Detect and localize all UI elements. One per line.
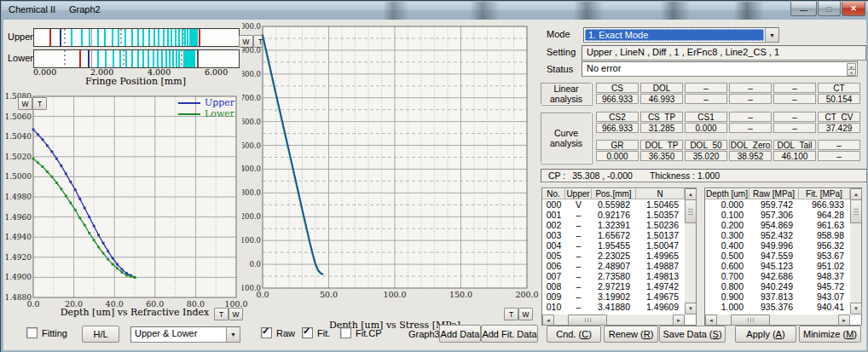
column-header[interactable]: No. [542,188,565,199]
table-row[interactable]: 009–3.199021.49675 [542,291,685,302]
table-header: No.UpperPos.[mm]N [542,188,685,199]
cnd-button[interactable]: Cnd. (C) [547,326,601,343]
table-row[interactable]: 006–2.489071.49887 [542,261,685,271]
minimize-button[interactable]: — [790,2,817,16]
checkbox-icon[interactable] [340,327,351,338]
status-field[interactable]: No error ▲ ▼ [582,61,858,77]
column-header[interactable]: Fit. [MPa] [799,188,850,199]
fringe-strip-lower[interactable] [33,49,240,68]
column-header[interactable]: N [636,188,685,199]
cp-thickness-bar: CP : 35.308 , -0.000 Thickness : 1.000 [541,169,867,182]
column-header[interactable]: Raw [MPa] [749,188,799,199]
fringe-line [97,29,99,46]
chevron-down-icon[interactable]: ▼ [226,327,240,342]
table-row[interactable]: 1.100932.940937.76 [705,312,850,314]
renew-button[interactable]: Renew (R) [604,326,658,343]
table-row[interactable]: 011–3.629881.49545 [542,312,685,314]
fringe-strip-upper[interactable] [33,28,240,47]
minimize-button[interactable]: Minimize (M) [799,326,861,343]
add-fit-data-button[interactable]: Add Fit. Data [481,325,538,343]
stress-data-table[interactable]: Depth [um]Raw [MPa]Fit. [MPa]0.000959.74… [704,188,862,326]
table-cell: 954.869 [749,220,799,230]
raw-checkbox[interactable]: ✓Raw [261,327,295,338]
scroll-right-button[interactable]: ► [838,314,850,326]
vertical-scrollbar[interactable]: ▲▼ [685,188,696,314]
fringe-upper-label: Upper [8,32,33,42]
table-cell: 2.97219 [592,281,636,291]
horizontal-scrollbar[interactable]: ◄► [705,314,850,325]
fringe-line [157,50,159,67]
table-row[interactable]: 007–2.735801.49813 [542,271,685,281]
table-row[interactable]: 0.900937.813943.07 [705,291,850,302]
fringe-data-table[interactable]: No.UpperPos.[mm]N000V0.559821.50465001–0… [541,188,697,326]
table-row[interactable]: 0.300952.432958.98 [705,230,850,240]
column-header[interactable]: Upper [565,188,592,199]
fringe-line [172,50,174,67]
table-row[interactable]: 008–2.972191.49742 [542,281,685,291]
table-row[interactable]: 005–2.230251.49965 [542,251,685,261]
table-cell: 943.07 [799,291,850,302]
table-row[interactable]: 001–0.921761.50357 [542,210,685,220]
table-row[interactable]: 0.500947.559953.67 [705,251,850,261]
title-bar[interactable]: Chemical II Graph2 — ▢ ✕ [2,2,868,20]
stress-chart-canvas[interactable]: 1000.0900.0800.0700.0600.0500.0400.0300.… [242,20,541,323]
maximize-button[interactable]: ▢ [818,2,841,16]
table-row[interactable]: 010–3.418801.49609 [542,302,685,312]
scroll-up-button[interactable]: ▲ [685,188,697,200]
table-row[interactable]: 000V0.559821.50465 [542,199,685,210]
scrollbar-thumb[interactable] [685,199,697,223]
scroll-left-button[interactable]: ◄ [542,314,554,326]
scroll-down-button[interactable]: ▼ [685,303,697,314]
check-mark: ✓ [303,326,310,337]
svg-text:900.0: 900.0 [242,46,261,55]
spinner-down-icon[interactable]: ▼ [847,69,856,76]
scroll-left-button[interactable]: ◄ [705,314,717,326]
table-cell: 0.600 [705,261,749,271]
fitcp-checkbox[interactable]: Fit.CP [340,327,382,338]
fitting-checkbox[interactable]: Fitting [26,327,67,338]
table-row[interactable]: 0.700942.686948.37 [705,271,850,281]
scroll-right-button[interactable]: ► [673,314,685,326]
scroll-down-button[interactable]: ▼ [850,303,862,314]
table-row[interactable]: 1.000935.376940.41 [705,302,850,312]
add-data-button[interactable]: Add Data [439,325,481,343]
w-button[interactable]: W [518,308,533,320]
checkbox-icon[interactable] [26,327,38,338]
column-header[interactable]: Depth [um] [705,188,749,199]
table-row[interactable]: 002–1.323911.50236 [542,220,685,230]
table-row[interactable]: 003–1.656721.50137 [542,230,685,240]
apply-button[interactable]: Apply (A) [735,326,796,343]
table-row[interactable]: 0.400949.996956.32 [705,240,850,251]
scrollbar-thumb[interactable] [731,314,770,326]
fit-checkbox[interactable]: ✓Fit. [302,327,330,338]
scrollbar-thumb[interactable] [850,199,862,223]
t-button[interactable]: T [32,97,47,110]
w-button[interactable]: W [229,308,243,320]
horizontal-scrollbar[interactable]: ◄► [542,314,685,325]
table-row[interactable]: 0.100957.306964.28 [705,210,850,220]
save-button[interactable]: Save Data (S) [659,326,726,343]
cp-label: CP : [548,170,565,181]
w-button[interactable]: W [18,97,32,110]
t-button[interactable]: T [504,308,518,320]
analysis-header-cell: CS2 [596,112,639,122]
series-select-dropdown[interactable]: Upper & Lower ▼ [130,326,240,343]
table-row[interactable]: 0.000959.742966.933 [705,199,850,210]
chevron-down-icon[interactable]: ▼ [765,28,778,42]
hl-button[interactable]: H/L [82,326,119,343]
mode-dropdown[interactable]: 1. Exact Mode ▼ [583,27,779,43]
fringe-line [88,50,90,67]
column-header[interactable]: Pos.[mm] [592,188,636,199]
table-row[interactable]: 004–1.954551.50047 [542,240,685,251]
t-button[interactable]: T [214,308,229,320]
close-button[interactable]: ✕ [842,2,865,16]
checkbox-icon[interactable]: ✓ [302,327,313,338]
scrollbar-thumb[interactable] [568,314,607,326]
checkbox-icon[interactable]: ✓ [261,327,272,338]
scroll-up-button[interactable]: ▲ [850,188,862,200]
vertical-scrollbar[interactable]: ▲▼ [850,188,861,314]
table-row[interactable]: 0.800940.249945.72 [705,281,850,291]
table-cell: 1.100 [705,312,749,314]
table-row[interactable]: 0.600945.123951.02 [705,261,850,271]
table-row[interactable]: 0.200954.869961.63 [705,220,850,230]
